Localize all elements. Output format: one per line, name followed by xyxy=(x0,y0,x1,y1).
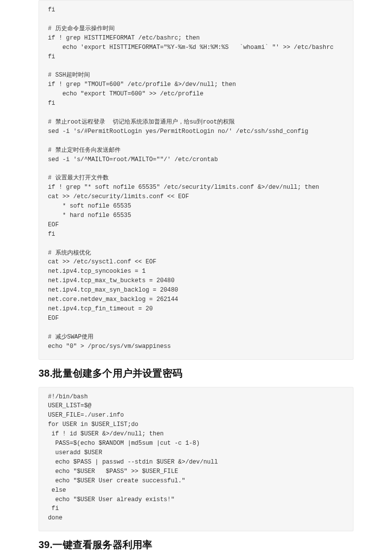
code-block-1: fi # 历史命令显示操作时间 if ! grep HISTTIMEFORMAT… xyxy=(39,0,353,360)
code-text: #!/bin/bash USER_LIST=$@ USER_FILE=./use… xyxy=(48,392,344,523)
code-text: fi # 历史命令显示操作时间 if ! grep HISTTIMEFORMAT… xyxy=(48,5,344,351)
section-heading-38: 38.批量创建多个用户并设置密码 xyxy=(39,367,353,380)
code-block-2: #!/bin/bash USER_LIST=$@ USER_FILE=./use… xyxy=(39,387,353,532)
section-heading-39: 39.一键查看服务器利用率 xyxy=(39,538,353,552)
